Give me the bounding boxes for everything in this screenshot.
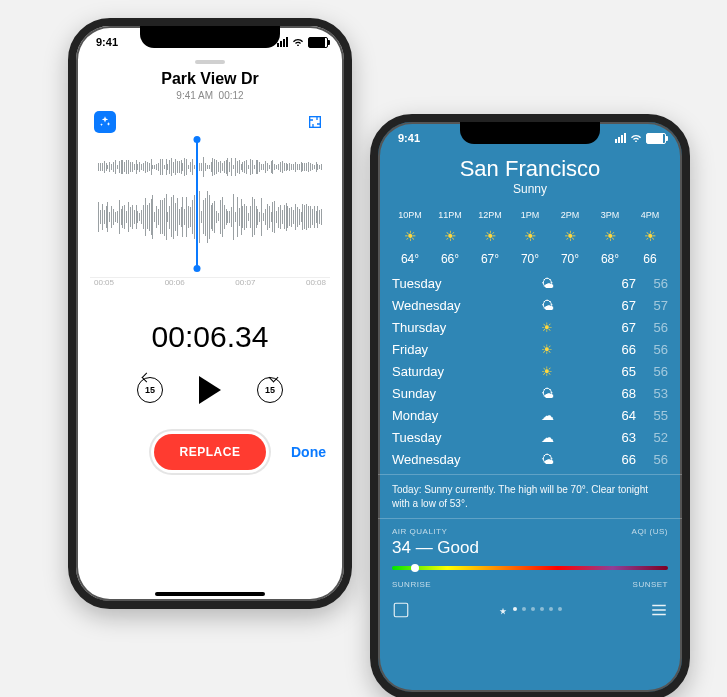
status-time: 9:41 [96,36,118,48]
hour-temp: 67° [470,252,510,266]
daily-row: Wednesday 🌤 66 56 [392,448,668,470]
hourly-col: 2PM ☀︎ 70° [550,210,590,266]
replace-button[interactable]: REPLACE [154,434,267,470]
hourly-forecast[interactable]: 10PM ☀︎ 64° 11PM ☀︎ 66° 12PM ☀︎ 67° 1PM … [378,196,682,266]
waveform-card: 00:0500:0600:0700:08 [84,111,336,302]
hourly-col: 10PM ☀︎ 64° [390,210,430,266]
weather-icon: 🌤 [488,298,606,313]
play-button[interactable] [199,376,221,404]
day-label: Tuesday [392,276,488,291]
hour-label: 12PM [470,210,510,220]
day-label: Friday [392,342,488,357]
daily-row: Monday ☁︎ 64 55 [392,404,668,426]
day-label: Thursday [392,320,488,335]
hour-label: 1PM [510,210,550,220]
phone-weather: 9:41 San Francisco Sunny 10PM ☀︎ 64° 11P… [370,114,690,697]
daily-row: Sunday 🌤 68 53 [392,382,668,404]
hourly-col: 4PM ☀︎ 66 [630,210,670,266]
page-dots[interactable] [498,607,562,617]
skip-forward-button[interactable]: 15 [257,377,283,403]
high-temp: 65 [606,364,636,379]
wifi-icon [292,36,304,48]
phone-voice-memos: 9:41 Park View Dr 9:41 AM 00:12 00: [68,18,352,609]
recording-title: Park View Dr [76,70,344,88]
low-temp: 56 [636,342,668,357]
hour-label: 2PM [550,210,590,220]
weather-icon: 🌤 [488,386,606,401]
battery-icon [646,133,666,144]
hour-label: 3PM [590,210,630,220]
high-temp: 67 [606,276,636,291]
recording-subtitle: 9:41 AM 00:12 [76,90,344,101]
low-temp: 57 [636,298,668,313]
high-temp: 66 [606,452,636,467]
low-temp: 56 [636,452,668,467]
low-temp: 53 [636,386,668,401]
playhead[interactable] [196,139,198,269]
city-name: San Francisco [378,156,682,182]
low-temp: 55 [636,408,668,423]
daily-row: Tuesday 🌤 67 56 [392,272,668,294]
daily-forecast[interactable]: Tuesday 🌤 67 56 Wednesday 🌤 67 57 Thursd… [378,266,682,470]
status-time: 9:41 [398,132,420,144]
sun-icon: ☀︎ [430,228,470,244]
drag-handle[interactable] [195,60,225,64]
done-button[interactable]: Done [291,444,326,460]
day-label: Saturday [392,364,488,379]
sun-icon: ☀︎ [590,228,630,244]
low-temp: 52 [636,430,668,445]
high-temp: 67 [606,320,636,335]
sun-icon: ☀︎ [510,228,550,244]
day-label: Wednesday [392,298,488,313]
high-temp: 68 [606,386,636,401]
hour-temp: 68° [590,252,630,266]
high-temp: 64 [606,408,636,423]
day-label: Sunday [392,386,488,401]
hour-temp: 66° [430,252,470,266]
recording-header: Park View Dr 9:41 AM 00:12 [76,70,344,101]
hour-temp: 66 [630,252,670,266]
day-label: Wednesday [392,452,488,467]
hourly-col: 1PM ☀︎ 70° [510,210,550,266]
weather-icon: ☁︎ [488,408,606,423]
list-icon[interactable] [650,603,668,621]
daily-row: Thursday ☀︎ 67 56 [392,316,668,338]
weather-channel-icon[interactable] [392,601,410,623]
high-temp: 66 [606,342,636,357]
low-temp: 56 [636,320,668,335]
battery-icon [308,37,328,48]
weather-icon: 🌤 [488,452,606,467]
weather-header: San Francisco Sunny [378,156,682,196]
trim-button[interactable] [304,111,326,133]
skip-back-button[interactable]: 15 [137,377,163,403]
daily-row: Saturday ☀︎ 65 56 [392,360,668,382]
sun-icon: ☀︎ [550,228,590,244]
day-label: Monday [392,408,488,423]
daily-row: Wednesday 🌤 67 57 [392,294,668,316]
notch [140,26,280,48]
hourly-col: 3PM ☀︎ 68° [590,210,630,266]
waveform[interactable] [90,139,330,269]
svg-rect-0 [310,117,321,128]
home-indicator[interactable] [155,592,265,596]
svg-rect-1 [394,603,408,617]
time-ruler: 00:0500:0600:0700:08 [90,277,330,302]
hour-temp: 70° [550,252,590,266]
weather-icon: 🌤 [488,276,606,291]
sun-icon: ☀︎ [470,228,510,244]
hourly-col: 12PM ☀︎ 67° [470,210,510,266]
enhance-button[interactable] [94,111,116,133]
weather-icon: ☁︎ [488,430,606,445]
sun-row: SUNRISESUNSET [378,570,682,589]
hour-label: 4PM [630,210,670,220]
low-temp: 56 [636,364,668,379]
notch [460,122,600,144]
condition-label: Sunny [378,182,682,196]
high-temp: 67 [606,298,636,313]
weather-icon: ☀︎ [488,342,606,357]
low-temp: 56 [636,276,668,291]
high-temp: 63 [606,430,636,445]
hour-label: 11PM [430,210,470,220]
playback-controls: 15 15 [76,376,344,404]
hour-label: 10PM [390,210,430,220]
